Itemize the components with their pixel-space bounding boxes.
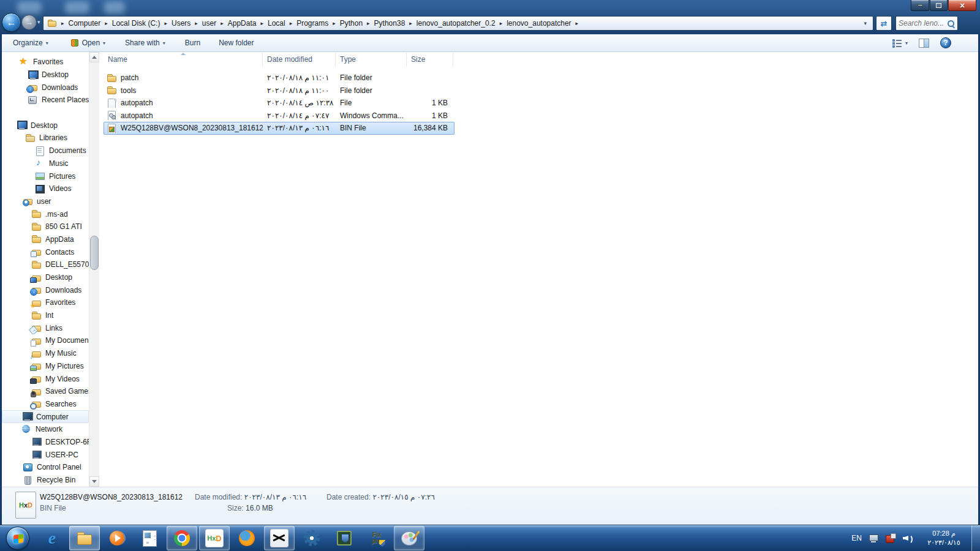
sidebar-item-int[interactable]: Int — [2, 309, 89, 322]
close-button[interactable]: × — [948, 0, 976, 11]
taskbar-app-gear-tool[interactable] — [296, 526, 327, 550]
chevron-right-icon[interactable]: ▸ — [406, 20, 415, 26]
breadcrumb-segment[interactable]: user▸ — [201, 18, 227, 29]
taskbar-app-internet-explorer[interactable] — [37, 526, 67, 550]
sidebar-item-searches[interactable]: Searches — [2, 398, 89, 411]
new-folder-button[interactable]: New folder — [214, 36, 258, 50]
column-header-type[interactable]: Type — [336, 52, 407, 67]
chevron-right-icon[interactable]: ▸ — [257, 20, 266, 26]
sidebar-item-favorites[interactable]: Favorites — [2, 56, 89, 69]
sidebar-item-favorites-user[interactable]: Favorites — [2, 296, 89, 309]
chevron-right-icon[interactable]: ▸ — [161, 20, 170, 26]
restore-button[interactable] — [930, 0, 948, 11]
sidebar-item-my-music[interactable]: My Music — [2, 347, 89, 360]
help-button[interactable]: ? — [940, 37, 951, 48]
file-row-autopatch-cmd[interactable]: autopatch ٢٠٢٠/٠٨/١٤ ‎م‎ ٠٧:٤٧ Windows C… — [104, 110, 454, 122]
breadcrumb-segment[interactable]: Users▸ — [170, 18, 201, 29]
burn-button[interactable]: Burn — [180, 36, 205, 50]
chevron-right-icon[interactable]: ▸ — [102, 20, 111, 26]
open-button[interactable]: Open ▾ — [66, 36, 110, 50]
taskbar-app-fixpro[interactable] — [361, 526, 392, 550]
sidebar-item-desktop-user[interactable]: Desktop — [2, 271, 89, 284]
sidebar-item-user-pc[interactable]: USER-PC — [2, 448, 89, 461]
search-icon[interactable] — [947, 20, 955, 28]
breadcrumb-segment[interactable]: Python▸ — [339, 18, 373, 29]
preview-pane-button[interactable] — [919, 39, 929, 48]
address-bar[interactable]: ▸ Computer▸Local Disk (C:)▸Users▸user▸Ap… — [43, 16, 873, 31]
share-with-button[interactable]: Share with ▾ — [120, 36, 170, 50]
sidebar-item-ms-ad[interactable]: .ms-ad — [2, 208, 89, 220]
column-header-size[interactable]: Size — [407, 52, 453, 67]
scrollbar-thumb[interactable] — [90, 236, 99, 270]
sidebar-item-desktop-6f74[interactable]: DESKTOP-6F74 — [2, 436, 89, 449]
scroll-down-button[interactable] — [89, 476, 99, 487]
column-header-name[interactable]: Name — [104, 52, 263, 67]
show-desktop-button[interactable] — [971, 525, 980, 551]
sidebar-item-recycle-bin[interactable]: Recycle Bin — [2, 474, 89, 487]
sidebar-scrollbar[interactable] — [89, 52, 99, 487]
start-button[interactable] — [6, 527, 29, 550]
sidebar-item-libraries[interactable]: Libraries — [2, 132, 89, 144]
breadcrumb-segment[interactable]: lenovo_autopatcher▸ — [505, 18, 581, 29]
taskbar-app-media-player[interactable] — [102, 526, 132, 550]
search-box[interactable] — [895, 16, 958, 31]
sidebar-item-dell-e5570[interactable]: DELL_E5570_AD — [2, 258, 89, 271]
sidebar-item-desktop[interactable]: Desktop — [2, 119, 89, 132]
sidebar-item-network[interactable]: Network — [2, 423, 89, 436]
breadcrumb-segment[interactable]: Local▸ — [266, 18, 295, 29]
search-input[interactable] — [899, 19, 947, 28]
chevron-right-icon[interactable]: ▸ — [364, 20, 373, 26]
chevron-right-icon[interactable]: ▸ — [497, 20, 506, 26]
volume-icon[interactable] — [903, 533, 913, 543]
sidebar-item-saved-games[interactable]: Saved Games — [2, 385, 89, 398]
sidebar-item-control-panel[interactable]: Control Panel — [2, 461, 89, 474]
breadcrumb-segment[interactable]: lenovo_autopatcher_0.2▸ — [415, 18, 505, 29]
sidebar-item-desktop-fav[interactable]: Desktop — [2, 69, 89, 81]
breadcrumb-segment[interactable]: Python38▸ — [373, 18, 415, 29]
taskbar-app-chip-tool[interactable] — [329, 526, 360, 550]
organize-button[interactable]: Organize ▾ — [8, 36, 53, 50]
taskbar-app-chrome[interactable] — [167, 526, 197, 550]
language-indicator[interactable]: EN — [851, 534, 862, 542]
chevron-right-icon[interactable]: ▸ — [217, 20, 227, 26]
clock[interactable]: 07:28 م ٢٠٢٣/٠٨/١٥ — [920, 529, 968, 547]
recent-pages-chevron-icon[interactable]: ▾ — [37, 19, 40, 25]
taskbar-app-doc-viewer[interactable] — [134, 526, 165, 550]
column-header-date-modified[interactable]: Date modified — [263, 52, 336, 67]
address-dropdown-chevron-icon[interactable]: ▾ — [860, 20, 870, 26]
forward-button[interactable]: → — [21, 15, 37, 30]
breadcrumb-segment[interactable]: Computer▸ — [67, 18, 111, 29]
breadcrumb-segment[interactable]: Local Disk (C:)▸ — [111, 18, 170, 29]
chevron-right-icon[interactable]: ▸ — [192, 20, 201, 26]
sidebar-item-850-g1-ati[interactable]: 850 G1 ATI — [2, 220, 89, 233]
sidebar-item-my-documents[interactable]: My Documents — [2, 334, 89, 347]
change-view-button[interactable]: ▾ — [892, 39, 908, 47]
file-row-patch[interactable]: patch ٢٠٢٠/٠٨/١٨ ‎م‎ ١١:٠١ File folder — [104, 72, 454, 84]
sidebar-item-recent-places[interactable]: Recent Places — [2, 94, 89, 107]
sidebar-item-user[interactable]: user — [2, 195, 89, 208]
chevron-right-icon[interactable]: ▸ — [287, 20, 296, 26]
taskbar-app-explorer[interactable] — [69, 526, 100, 550]
power-plug-icon[interactable] — [886, 533, 896, 543]
back-button[interactable]: ← — [2, 13, 21, 32]
file-row-w25q128bv[interactable]: W25Q128BV@WSON8_20230813_181612 ٢٠٢٣/٠٨/… — [104, 122, 454, 135]
sidebar-item-contacts[interactable]: Contacts — [2, 246, 89, 258]
refresh-button[interactable]: ⇄ — [876, 16, 892, 31]
sidebar-item-computer[interactable]: Computer — [2, 410, 89, 423]
taskbar-app-shuffle-tool[interactable] — [264, 526, 295, 550]
scroll-up-button[interactable] — [89, 52, 99, 62]
breadcrumb-segment[interactable]: Programs▸ — [295, 18, 339, 29]
sidebar-item-downloads-fav[interactable]: Downloads — [2, 81, 89, 94]
sidebar-item-downloads-user[interactable]: Downloads — [2, 283, 89, 296]
chevron-right-icon[interactable]: ▸ — [58, 20, 67, 26]
sidebar-item-pictures[interactable]: Pictures — [2, 170, 89, 182]
file-row-tools[interactable]: tools ٢٠٢٠/٠٨/١٨ ‎م‎ ١١:٠٠ File folder — [104, 84, 454, 97]
sidebar-item-videos[interactable]: Videos — [2, 182, 89, 195]
sidebar-item-links[interactable]: Links — [2, 321, 89, 334]
file-row-autopatch[interactable]: autopatch ٢٠٢٠/٠٨/١٤ ‎ص‎ ١٢:٣٨ File 1 KB — [104, 97, 454, 110]
sidebar-item-documents[interactable]: Documents — [2, 144, 89, 157]
taskbar-app-firefox[interactable] — [232, 526, 262, 550]
taskbar-app-paint[interactable] — [394, 526, 424, 550]
sidebar-item-music[interactable]: Music — [2, 157, 89, 170]
sidebar-item-my-videos[interactable]: My Videos — [2, 372, 89, 385]
